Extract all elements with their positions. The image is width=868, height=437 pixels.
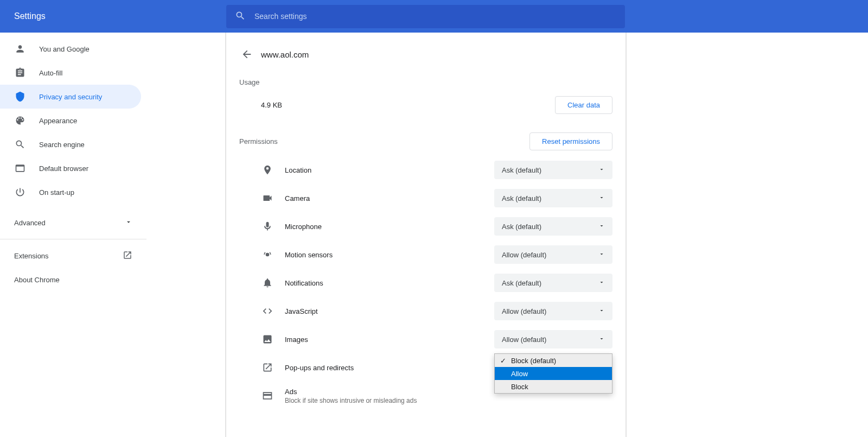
dropdown-popup: ✓ Block (default) Allow Block <box>494 353 612 394</box>
chevron-down-icon <box>598 166 605 174</box>
clear-data-button[interactable]: Clear data <box>555 96 612 114</box>
code-icon <box>261 306 274 316</box>
ads-icon <box>261 390 274 401</box>
app-header: Settings <box>0 0 868 33</box>
perm-row-images: Images Allow (default) <box>226 325 626 353</box>
microphone-icon <box>261 221 274 232</box>
sidebar-item-on-startup[interactable]: On start-up <box>0 180 141 204</box>
perm-row-popups: Pop-ups and redirects ✓ Block (default) … <box>226 353 626 382</box>
sidebar-item-label: Default browser <box>39 164 88 173</box>
perm-select-javascript[interactable]: Allow (default) <box>494 302 612 320</box>
image-icon <box>261 334 274 345</box>
app-title: Settings <box>14 11 226 21</box>
perm-label: JavaScript <box>285 307 494 315</box>
perm-row-camera: Camera Ask (default) <box>226 184 626 212</box>
palette-icon <box>14 115 26 126</box>
sidebar-item-search-engine[interactable]: Search engine <box>0 132 141 156</box>
chevron-down-icon <box>125 218 132 227</box>
perm-label: Microphone <box>285 223 494 231</box>
search-box[interactable] <box>226 5 625 28</box>
chevron-down-icon <box>598 279 605 287</box>
dropdown-option-block-default[interactable]: ✓ Block (default) <box>495 354 612 367</box>
perm-select-camera[interactable]: Ask (default) <box>494 189 612 207</box>
perm-label: Notifications <box>285 279 494 287</box>
sidebar-advanced[interactable]: Advanced <box>0 211 146 235</box>
location-icon <box>261 164 274 175</box>
external-link-icon <box>123 250 132 262</box>
perm-label: Camera <box>285 194 494 202</box>
search-icon <box>235 10 246 23</box>
sidebar-extensions[interactable]: Extensions <box>0 244 146 268</box>
arrow-left-icon <box>241 48 253 60</box>
site-url: www.aol.com <box>261 50 309 59</box>
sidebar-item-label: You and Google <box>39 45 90 53</box>
perm-select-notifications[interactable]: Ask (default) <box>494 274 612 292</box>
chevron-down-icon <box>598 335 605 344</box>
advanced-label: Advanced <box>14 219 46 227</box>
browser-icon <box>14 162 26 174</box>
motion-sensor-icon <box>261 249 274 260</box>
sidebar-item-you-and-google[interactable]: You and Google <box>0 37 141 61</box>
perm-row-motion: Motion sensors Allow (default) <box>226 240 626 269</box>
chevron-down-icon <box>598 194 605 202</box>
perm-select-location[interactable]: Ask (default) <box>494 161 612 179</box>
perm-label: Location <box>285 166 494 174</box>
extensions-label: Extensions <box>14 252 49 260</box>
camera-icon <box>261 193 274 204</box>
permissions-section-title: Permissions Reset permissions <box>226 127 626 156</box>
sidebar-item-label: Auto-fill <box>39 69 62 77</box>
sidebar-item-label: Privacy and security <box>39 93 102 101</box>
person-icon <box>14 43 26 55</box>
perm-row-javascript: JavaScript Allow (default) <box>226 297 626 325</box>
sidebar-item-label: Appearance <box>39 117 77 125</box>
sidebar-item-privacy[interactable]: Privacy and security <box>0 85 141 109</box>
blank-area <box>626 33 868 437</box>
sidebar-item-autofill[interactable]: Auto-fill <box>0 61 141 85</box>
sidebar-item-default-browser[interactable]: Default browser <box>0 156 141 180</box>
sidebar-item-label: Search engine <box>39 141 85 149</box>
chevron-down-icon <box>598 223 605 231</box>
perm-sublabel: Block if site shows intrusive or mislead… <box>285 397 494 404</box>
divider <box>0 239 146 239</box>
power-icon <box>14 186 26 198</box>
sidebar: You and Google Auto-fill Privacy and sec… <box>0 33 146 437</box>
usage-section-title: Usage <box>226 73 626 92</box>
sidebar-item-appearance[interactable]: Appearance <box>0 109 141 132</box>
shield-icon <box>14 91 26 103</box>
about-label: About Chrome <box>14 276 60 284</box>
chevron-down-icon <box>598 307 605 315</box>
perm-row-notifications: Notifications Ask (default) <box>226 269 626 297</box>
back-button[interactable] <box>237 45 257 64</box>
perm-label: Ads <box>285 388 494 396</box>
bell-icon <box>261 277 274 288</box>
perm-row-location: Location Ask (default) <box>226 156 626 184</box>
sidebar-about[interactable]: About Chrome <box>0 268 146 292</box>
check-icon: ✓ <box>500 357 506 365</box>
dropdown-option-block[interactable]: Block <box>495 380 612 393</box>
perm-select-microphone[interactable]: Ask (default) <box>494 217 612 236</box>
search-input[interactable] <box>254 12 616 21</box>
clipboard-icon <box>14 67 26 79</box>
perm-select-images[interactable]: Allow (default) <box>494 330 612 349</box>
perm-label: Motion sensors <box>285 251 494 259</box>
usage-size: 4.9 KB <box>261 101 282 109</box>
dropdown-option-allow[interactable]: Allow <box>495 367 612 380</box>
chevron-down-icon <box>598 251 605 259</box>
popup-icon <box>261 362 274 373</box>
perm-label: Pop-ups and redirects <box>285 364 494 372</box>
main-content: www.aol.com Usage 4.9 KB Clear data Perm… <box>226 33 626 437</box>
perm-label: Images <box>285 335 494 344</box>
perm-row-microphone: Microphone Ask (default) <box>226 212 626 240</box>
search-icon <box>14 138 26 150</box>
reset-permissions-button[interactable]: Reset permissions <box>529 132 612 150</box>
perm-select-motion[interactable]: Allow (default) <box>494 245 612 264</box>
sidebar-item-label: On start-up <box>39 188 74 197</box>
